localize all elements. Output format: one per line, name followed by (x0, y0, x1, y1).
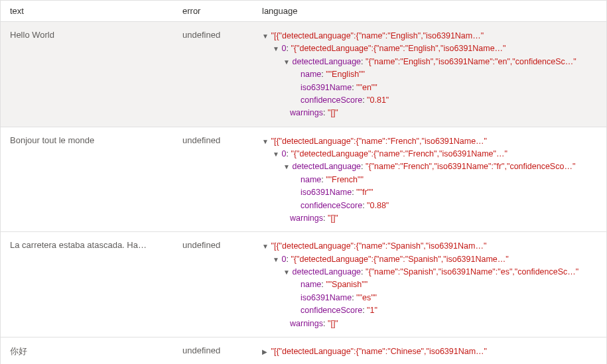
tree-key: warnings (290, 108, 323, 117)
tree-node: ▼ "[{"detectedLanguage":{"name":"Spanish… (262, 240, 597, 253)
cell-error: undefined (173, 232, 253, 337)
tree-value: "[]" (328, 213, 338, 223)
cell-text: Hello World (1, 22, 173, 127)
tree-toggle-root-icon[interactable]: ▼ (262, 241, 269, 252)
tree-key: detectedLanguage (292, 57, 361, 66)
cell-text: Bonjour tout le monde (1, 127, 173, 232)
tree-value: "{"name":"Spanish","iso6391Name":"es","c… (366, 267, 578, 276)
tree-node: ▼ 0: "{"detectedLanguage":{"name":"Engli… (262, 42, 597, 55)
tree-node: name: ""Spanish"" (262, 278, 597, 291)
tree-value: "0.81" (367, 95, 389, 105)
tree-toggle-item-icon[interactable]: ▼ (273, 44, 279, 54)
cell-error: undefined (173, 127, 253, 232)
tree-node: ▼ 0: "{"detectedLanguage":{"name":"Frenc… (262, 148, 597, 160)
tree-value: ""Spanish"" (326, 280, 368, 289)
tree-node: ▼ detectedLanguage: "{"name":"English","… (262, 56, 597, 68)
tree-node: ▼ detectedLanguage: "{"name":"French","i… (262, 160, 597, 173)
results-table: text error language Hello Worldundefined… (0, 0, 607, 364)
tree-node: iso6391Name: ""en"" (262, 82, 597, 94)
table-header: text error language (1, 1, 606, 22)
tree-node: warnings: "[]" (262, 212, 597, 225)
cell-error: undefined (173, 22, 253, 127)
tree-node: ▶ "[{"detectedLanguage":{"name":"Chinese… (262, 345, 597, 358)
tree-toggle-root-icon[interactable]: ▶ (262, 347, 269, 357)
tree-key: name (301, 70, 321, 79)
cell-language: ▶ "[{"detectedLanguage":{"name":"Chinese… (253, 337, 606, 364)
cell-error: undefined (173, 337, 253, 364)
tree-node: warnings: "[]" (262, 107, 597, 119)
tree-toggle-item-icon[interactable]: ▼ (273, 149, 279, 160)
tree-key: confidenceScore (301, 201, 362, 210)
tree-value: ""French"" (326, 175, 364, 184)
tree-key: detectedLanguage (292, 267, 361, 276)
tree-value: ""English"" (326, 70, 365, 79)
tree-key: name (301, 280, 321, 289)
cell-text: 你好 (1, 337, 173, 364)
tree-toggle-item-icon[interactable]: ▼ (273, 255, 279, 265)
tree-value: "{"detectedLanguage":{"name":"French","i… (291, 149, 507, 158)
tree-node: ▼ "[{"detectedLanguage":{"name":"French"… (262, 135, 597, 148)
tree-key: name (301, 175, 321, 184)
tree-value: ""es"" (356, 293, 377, 302)
tree-value: ""en"" (356, 83, 377, 92)
cell-language: ▼ "[{"detectedLanguage":{"name":"French"… (253, 127, 606, 232)
tree-toggle-detected-icon[interactable]: ▼ (283, 267, 290, 278)
tree-value: "[]" (328, 319, 338, 328)
tree-key: detectedLanguage (292, 162, 361, 171)
header-text[interactable]: text (1, 1, 173, 21)
tree-node: ▼ 0: "{"detectedLanguage":{"name":"Spani… (262, 253, 597, 266)
tree-value: "[{"detectedLanguage":{"name":"Chinese",… (271, 347, 487, 356)
tree-key: iso6391Name (301, 83, 352, 92)
table-row[interactable]: La carretera estaba atascada. Ha…undefin… (1, 232, 606, 337)
header-language[interactable]: language (253, 1, 606, 21)
cell-language: ▼ "[{"detectedLanguage":{"name":"Spanish… (253, 232, 606, 337)
table-body: Hello Worldundefined▼ "[{"detectedLangua… (1, 22, 606, 364)
table-row[interactable]: Bonjour tout le mondeundefined▼ "[{"dete… (1, 127, 606, 233)
tree-node: name: ""English"" (262, 68, 597, 81)
tree-toggle-root-icon[interactable]: ▼ (262, 137, 269, 147)
tree-key: confidenceScore (301, 95, 362, 105)
header-error[interactable]: error (173, 1, 253, 21)
tree-value: "{"name":"French","iso6391Name":"fr","co… (366, 162, 575, 171)
tree-node: ▼ "[{"detectedLanguage":{"name":"English… (262, 30, 597, 42)
tree-value: "[{"detectedLanguage":{"name":"English",… (271, 31, 484, 40)
tree-value: "{"detectedLanguage":{"name":"Spanish","… (291, 255, 508, 264)
tree-value: "0.88" (367, 201, 389, 210)
cell-text: La carretera estaba atascada. Ha… (1, 232, 173, 337)
tree-node: ▼ detectedLanguage: "{"name":"Spanish","… (262, 266, 597, 278)
tree-node: confidenceScore: "0.88" (262, 200, 597, 212)
tree-key: warnings (290, 213, 323, 223)
tree-value: "[{"detectedLanguage":{"name":"French","… (271, 137, 487, 146)
tree-value: "[]" (328, 108, 338, 117)
tree-value: "{"name":"English","iso6391Name":"en","c… (366, 57, 576, 66)
tree-toggle-detected-icon[interactable]: ▼ (283, 162, 290, 172)
tree-toggle-detected-icon[interactable]: ▼ (283, 57, 290, 68)
tree-value: ""fr"" (356, 188, 373, 197)
table-row[interactable]: 你好undefined▶ "[{"detectedLanguage":{"nam… (1, 337, 606, 364)
cell-language: ▼ "[{"detectedLanguage":{"name":"English… (253, 22, 606, 127)
tree-node: name: ""French"" (262, 174, 597, 186)
tree-node: confidenceScore: "0.81" (262, 94, 597, 107)
tree-node: confidenceScore: "1" (262, 304, 597, 317)
tree-key: iso6391Name (301, 188, 352, 197)
tree-value: "{"detectedLanguage":{"name":"English","… (291, 44, 506, 53)
tree-node: warnings: "[]" (262, 318, 597, 330)
tree-key: warnings (290, 319, 323, 328)
tree-node: iso6391Name: ""fr"" (262, 186, 597, 199)
tree-toggle-root-icon[interactable]: ▼ (262, 31, 269, 42)
tree-node: iso6391Name: ""es"" (262, 292, 597, 304)
tree-value: "1" (367, 306, 377, 315)
table-row[interactable]: Hello Worldundefined▼ "[{"detectedLangua… (1, 22, 606, 127)
tree-value: "[{"detectedLanguage":{"name":"Spanish",… (271, 241, 486, 251)
tree-key: iso6391Name (301, 293, 352, 302)
tree-key: confidenceScore (301, 306, 362, 315)
